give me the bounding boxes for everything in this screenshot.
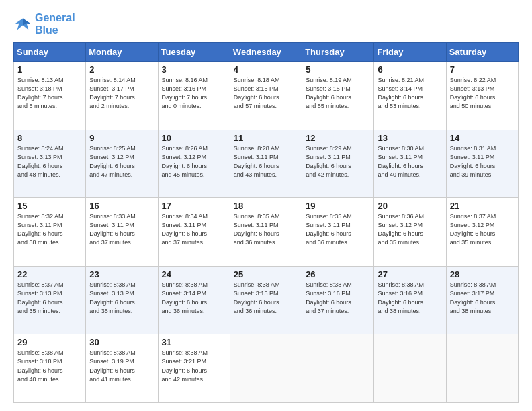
day-info: Sunrise: 8:38 AM Sunset: 3:21 PM Dayligh…: [162, 349, 226, 383]
calendar-cell: 18Sunrise: 8:35 AM Sunset: 3:11 PM Dayli…: [230, 198, 302, 267]
logo-icon: [13, 15, 32, 34]
day-number: 22: [17, 269, 82, 279]
day-info: Sunrise: 8:21 AM Sunset: 3:14 PM Dayligh…: [378, 76, 442, 111]
calendar-cell: 28Sunrise: 8:38 AM Sunset: 3:17 PM Dayli…: [446, 266, 518, 334]
day-number: 3: [162, 64, 226, 75]
day-number: 10: [162, 133, 226, 143]
calendar-cell: 21Sunrise: 8:37 AM Sunset: 3:12 PM Dayli…: [446, 198, 518, 267]
day-number: 30: [89, 337, 154, 347]
day-number: 31: [162, 337, 226, 347]
day-info: Sunrise: 8:28 AM Sunset: 3:11 PM Dayligh…: [234, 144, 298, 179]
calendar-cell: 20Sunrise: 8:36 AM Sunset: 3:12 PM Dayli…: [374, 198, 446, 267]
day-info: Sunrise: 8:34 AM Sunset: 3:11 PM Dayligh…: [162, 212, 226, 247]
day-info: Sunrise: 8:19 AM Sunset: 3:15 PM Dayligh…: [306, 76, 370, 111]
calendar-cell: [230, 334, 302, 403]
day-number: 13: [378, 133, 442, 143]
calendar-cell: 8Sunrise: 8:24 AM Sunset: 3:13 PM Daylig…: [14, 130, 86, 198]
day-number: 17: [162, 201, 226, 211]
day-number: 24: [162, 269, 226, 279]
day-info: Sunrise: 8:37 AM Sunset: 3:12 PM Dayligh…: [450, 212, 515, 247]
calendar-cell: 10Sunrise: 8:26 AM Sunset: 3:12 PM Dayli…: [158, 130, 230, 198]
calendar-cell: 4Sunrise: 8:18 AM Sunset: 3:15 PM Daylig…: [230, 62, 302, 130]
calendar-cell: [446, 334, 518, 403]
day-info: Sunrise: 8:38 AM Sunset: 3:14 PM Dayligh…: [162, 281, 226, 316]
day-info: Sunrise: 8:38 AM Sunset: 3:19 PM Dayligh…: [89, 349, 154, 383]
calendar-cell: 17Sunrise: 8:34 AM Sunset: 3:11 PM Dayli…: [158, 198, 230, 267]
day-info: Sunrise: 8:35 AM Sunset: 3:11 PM Dayligh…: [306, 212, 370, 247]
weekday-header: Saturday: [446, 43, 518, 62]
day-info: Sunrise: 8:38 AM Sunset: 3:13 PM Dayligh…: [89, 281, 154, 316]
day-info: Sunrise: 8:25 AM Sunset: 3:12 PM Dayligh…: [89, 144, 154, 179]
calendar-week-row: 22Sunrise: 8:37 AM Sunset: 3:13 PM Dayli…: [14, 266, 519, 334]
day-info: Sunrise: 8:29 AM Sunset: 3:11 PM Dayligh…: [306, 144, 370, 179]
calendar-cell: 26Sunrise: 8:38 AM Sunset: 3:16 PM Dayli…: [302, 266, 374, 334]
day-number: 1: [17, 64, 82, 75]
weekday-header: Friday: [374, 43, 446, 62]
calendar-cell: 19Sunrise: 8:35 AM Sunset: 3:11 PM Dayli…: [302, 198, 374, 267]
calendar-cell: 11Sunrise: 8:28 AM Sunset: 3:11 PM Dayli…: [230, 130, 302, 198]
day-info: Sunrise: 8:18 AM Sunset: 3:15 PM Dayligh…: [234, 76, 298, 111]
calendar-cell: 29Sunrise: 8:38 AM Sunset: 3:18 PM Dayli…: [14, 334, 86, 403]
calendar-cell: 3Sunrise: 8:16 AM Sunset: 3:16 PM Daylig…: [158, 62, 230, 130]
day-number: 16: [89, 201, 154, 211]
day-number: 15: [17, 201, 82, 211]
calendar-cell: [302, 334, 374, 403]
day-number: 20: [378, 201, 442, 211]
weekday-header: Tuesday: [158, 43, 230, 62]
logo-general: General: [35, 12, 75, 24]
day-number: 27: [378, 269, 442, 279]
day-info: Sunrise: 8:30 AM Sunset: 3:11 PM Dayligh…: [378, 144, 442, 179]
calendar-cell: 30Sunrise: 8:38 AM Sunset: 3:19 PM Dayli…: [86, 334, 158, 403]
weekday-header: Wednesday: [230, 43, 302, 62]
day-info: Sunrise: 8:32 AM Sunset: 3:11 PM Dayligh…: [17, 212, 82, 247]
day-number: 23: [89, 269, 154, 279]
svg-marker-1: [23, 18, 32, 25]
day-info: Sunrise: 8:38 AM Sunset: 3:18 PM Dayligh…: [17, 349, 82, 383]
day-info: Sunrise: 8:38 AM Sunset: 3:16 PM Dayligh…: [378, 281, 442, 316]
calendar-cell: 12Sunrise: 8:29 AM Sunset: 3:11 PM Dayli…: [302, 130, 374, 198]
calendar-cell: 13Sunrise: 8:30 AM Sunset: 3:11 PM Dayli…: [374, 130, 446, 198]
calendar-cell: 27Sunrise: 8:38 AM Sunset: 3:16 PM Dayli…: [374, 266, 446, 334]
day-number: 8: [17, 133, 82, 143]
calendar-cell: 5Sunrise: 8:19 AM Sunset: 3:15 PM Daylig…: [302, 62, 374, 130]
day-number: 11: [234, 133, 298, 143]
day-info: Sunrise: 8:16 AM Sunset: 3:16 PM Dayligh…: [162, 76, 226, 111]
day-number: 18: [234, 201, 298, 211]
day-info: Sunrise: 8:37 AM Sunset: 3:13 PM Dayligh…: [17, 281, 82, 316]
weekday-header: Monday: [86, 43, 158, 62]
day-number: 5: [306, 64, 370, 75]
day-number: 26: [306, 269, 370, 279]
calendar-cell: 7Sunrise: 8:22 AM Sunset: 3:13 PM Daylig…: [446, 62, 518, 130]
weekday-header: Thursday: [302, 43, 374, 62]
calendar-cell: 1Sunrise: 8:13 AM Sunset: 3:18 PM Daylig…: [14, 62, 86, 130]
calendar-cell: 22Sunrise: 8:37 AM Sunset: 3:13 PM Dayli…: [14, 266, 86, 334]
calendar-week-row: 15Sunrise: 8:32 AM Sunset: 3:11 PM Dayli…: [14, 198, 519, 267]
header: General Blue: [13, 12, 519, 36]
day-info: Sunrise: 8:38 AM Sunset: 3:15 PM Dayligh…: [234, 281, 298, 316]
day-info: Sunrise: 8:38 AM Sunset: 3:17 PM Dayligh…: [450, 281, 515, 316]
day-info: Sunrise: 8:24 AM Sunset: 3:13 PM Dayligh…: [17, 144, 82, 179]
day-info: Sunrise: 8:36 AM Sunset: 3:12 PM Dayligh…: [378, 212, 442, 247]
calendar-cell: 23Sunrise: 8:38 AM Sunset: 3:13 PM Dayli…: [86, 266, 158, 334]
calendar-cell: 9Sunrise: 8:25 AM Sunset: 3:12 PM Daylig…: [86, 130, 158, 198]
day-info: Sunrise: 8:35 AM Sunset: 3:11 PM Dayligh…: [234, 212, 298, 247]
calendar-cell: 6Sunrise: 8:21 AM Sunset: 3:14 PM Daylig…: [374, 62, 446, 130]
day-number: 25: [234, 269, 298, 279]
calendar-cell: 2Sunrise: 8:14 AM Sunset: 3:17 PM Daylig…: [86, 62, 158, 130]
day-info: Sunrise: 8:31 AM Sunset: 3:11 PM Dayligh…: [450, 144, 515, 179]
day-number: 28: [450, 269, 515, 279]
calendar-cell: 16Sunrise: 8:33 AM Sunset: 3:11 PM Dayli…: [86, 198, 158, 267]
day-info: Sunrise: 8:22 AM Sunset: 3:13 PM Dayligh…: [450, 76, 515, 111]
day-info: Sunrise: 8:33 AM Sunset: 3:11 PM Dayligh…: [89, 212, 154, 247]
day-number: 9: [89, 133, 154, 143]
day-number: 2: [89, 64, 154, 75]
calendar-cell: 15Sunrise: 8:32 AM Sunset: 3:11 PM Dayli…: [14, 198, 86, 267]
day-number: 6: [378, 64, 442, 75]
calendar-cell: 24Sunrise: 8:38 AM Sunset: 3:14 PM Dayli…: [158, 266, 230, 334]
calendar-week-row: 29Sunrise: 8:38 AM Sunset: 3:18 PM Dayli…: [14, 334, 519, 403]
day-number: 4: [234, 64, 298, 75]
calendar-cell: 25Sunrise: 8:38 AM Sunset: 3:15 PM Dayli…: [230, 266, 302, 334]
day-info: Sunrise: 8:13 AM Sunset: 3:18 PM Dayligh…: [17, 76, 82, 111]
calendar-week-row: 8Sunrise: 8:24 AM Sunset: 3:13 PM Daylig…: [14, 130, 519, 198]
day-number: 19: [306, 201, 370, 211]
